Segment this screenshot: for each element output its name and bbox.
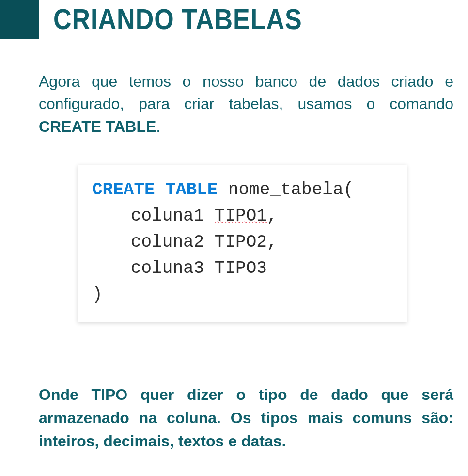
page-title: CRIANDO TABELAS bbox=[53, 2, 302, 36]
code-line-1: CREATE TABLE nome_tabela( bbox=[92, 177, 392, 203]
code-line-5: ) bbox=[92, 282, 392, 308]
code-example-box: CREATE TABLE nome_tabela( coluna1 TIPO1,… bbox=[78, 165, 407, 322]
code-keyword-create: CREATE bbox=[92, 180, 155, 200]
code-line-4: coluna3 TIPO3 bbox=[92, 255, 392, 282]
footer-paragraph: Onde TIPO quer dizer o tipo de dado que … bbox=[39, 383, 453, 453]
intro-text-part2: . bbox=[156, 118, 160, 135]
intro-bold-command: CREATE TABLE bbox=[39, 118, 156, 135]
intro-paragraph: Agora que temos o nosso banco de dados c… bbox=[39, 70, 453, 138]
header-color-block bbox=[0, 0, 39, 39]
code-keyword-table: TABLE bbox=[165, 180, 218, 200]
code-line-2: coluna1 TIPO1, bbox=[92, 203, 392, 229]
code-line2-type: TIPO1 bbox=[215, 206, 267, 226]
code-line2-comma: , bbox=[267, 206, 278, 226]
code-line1-rest: nome_tabela( bbox=[218, 180, 354, 200]
intro-text-part1: Agora que temos o nosso banco de dados c… bbox=[39, 73, 453, 112]
code-line2-col: coluna1 bbox=[131, 206, 215, 226]
code-line-3: coluna2 TIPO2, bbox=[92, 229, 392, 255]
